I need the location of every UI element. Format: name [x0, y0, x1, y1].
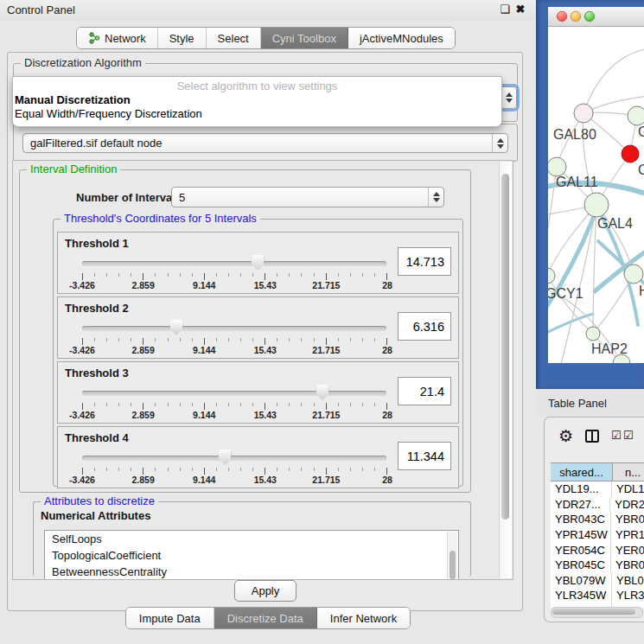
tab-impute-data[interactable]: Impute Data [126, 608, 214, 628]
slider-thumb[interactable] [219, 450, 232, 465]
algorithm-popup-hint[interactable]: Select algorithm to view settings [13, 77, 501, 92]
cell-shared-name[interactable]: YBR045C [551, 558, 611, 573]
float-window-icon[interactable]: ❏ [498, 3, 512, 16]
table-row[interactable]: YPR145WYPR1 [551, 527, 644, 543]
table-data-combobox[interactable]: galFiltered.sif default node [22, 133, 508, 153]
algorithm-option-manual[interactable]: Manual Discretization [13, 92, 501, 106]
node-gal11[interactable] [548, 157, 566, 176]
table-row[interactable]: YBR045CYBR0 [551, 558, 644, 573]
tab-select[interactable]: Select [207, 28, 261, 48]
slider-track[interactable] [82, 326, 386, 331]
tab-jactivemnodules[interactable]: jActiveMNodules [348, 28, 455, 48]
combobox-stepper[interactable] [492, 134, 507, 152]
network-graph: GAL80 GA C GAL11 GAL4 GCY1 H HAP2 [548, 27, 644, 363]
minimize-traffic-light-icon[interactable] [571, 11, 581, 22]
cell-shared-name[interactable]: YDR27... [551, 497, 610, 513]
combobox-stepper[interactable] [501, 87, 516, 108]
close-window-icon[interactable]: ✖ [513, 3, 527, 16]
table-row[interactable]: YDR27...YDR2 [551, 497, 644, 513]
cell-shared-name[interactable]: YBR043C [551, 512, 611, 527]
node-top-right[interactable] [628, 106, 644, 125]
threshold-1-value-field[interactable]: 14.713 [398, 247, 451, 276]
tab-cyni-toolbox[interactable]: Cyni Toolbox [261, 28, 348, 48]
table-row[interactable]: YER054CYER0 [551, 542, 644, 558]
tab-infer-network[interactable]: Infer Network [317, 608, 410, 628]
checkbox-icon[interactable]: ☑ [611, 429, 622, 442]
thresholds-stack: Threshold 1 -3.426 2.859 9.144 [57, 232, 459, 488]
cell-name[interactable]: YDL1 [612, 481, 644, 497]
number-of-intervals-combobox[interactable]: 5 [171, 187, 444, 207]
threshold-2-value-field[interactable]: 6.316 [398, 312, 451, 341]
algorithm-dropdown-popup: Select algorithm to view settings Manual… [12, 76, 502, 127]
list-item[interactable]: TopologicalCoefficient [45, 547, 458, 564]
combobox-stepper[interactable] [428, 188, 443, 207]
slider-track[interactable] [82, 456, 386, 461]
number-of-intervals-value: 5 [179, 191, 428, 204]
checkbox-icon[interactable]: ☑ [623, 429, 634, 442]
scale-label: 2.859 [131, 475, 154, 485]
cell-shared-name[interactable]: YLR345W [551, 588, 612, 603]
chevron-down-icon [497, 144, 504, 149]
settings-scrollbar[interactable] [499, 162, 512, 578]
scale-label: 28 [382, 410, 392, 420]
threshold-4-value-field[interactable]: 11.344 [398, 442, 451, 470]
apply-button[interactable]: Apply [234, 580, 296, 602]
zoom-traffic-light-icon[interactable] [584, 11, 595, 22]
threshold-3-slider[interactable] [82, 386, 386, 400]
cell-shared-name[interactable]: YDL19... [551, 481, 612, 497]
table-row[interactable]: YLR345WYLR3 [551, 588, 644, 603]
cell-shared-name[interactable]: YBL079W [551, 573, 612, 589]
slider-track[interactable] [82, 391, 386, 396]
cell-name[interactable]: YPR1 [611, 527, 644, 543]
table-body[interactable]: YDL19...YDL1 YDR27...YDR2 YBR043CYBR0 YP… [551, 481, 644, 608]
cell-name[interactable]: YDR2 [610, 497, 644, 513]
column-header-shared-name[interactable]: shared... [551, 463, 613, 481]
cell-name[interactable]: YBR0 [611, 512, 644, 527]
slider-thumb[interactable] [252, 255, 265, 271]
table-row[interactable]: YBL079WYBL0 [551, 573, 644, 589]
slider-scale: -3.426 2.859 9.144 15.43 21.715 28 [82, 475, 387, 485]
cell-name[interactable]: YER0 [611, 542, 644, 558]
threshold-2-slider[interactable] [82, 322, 386, 335]
algorithm-option-equal-width[interactable]: Equal Width/Frequency Discretization [13, 106, 501, 120]
list-scrollbar[interactable] [447, 532, 457, 580]
node-red[interactable] [622, 145, 639, 163]
gear-icon[interactable]: ⚙ [558, 426, 573, 446]
slider-track[interactable] [82, 261, 386, 266]
node-gcy1[interactable] [548, 268, 555, 284]
tab-discretize-data[interactable]: Discretize Data [214, 608, 317, 628]
tab-network[interactable]: Network [77, 28, 158, 48]
settings-scrollbar-thumb[interactable] [501, 174, 509, 520]
cell-name[interactable]: YBL0 [612, 573, 644, 589]
slider-thumb[interactable] [316, 385, 329, 400]
node-h[interactable] [624, 265, 643, 284]
list-item[interactable]: BetweennessCentrality [45, 564, 458, 580]
cell-shared-name[interactable]: YPR145W [551, 527, 611, 543]
node-hap2[interactable] [586, 327, 600, 341]
tab-style[interactable]: Style [158, 28, 207, 48]
cell-name[interactable]: YBR0 [611, 558, 644, 573]
cell-name[interactable]: YLR3 [612, 588, 644, 603]
network-canvas[interactable]: GAL80 GA C GAL11 GAL4 GCY1 H HAP2 [548, 27, 644, 363]
cell-shared-name[interactable]: YER054C [551, 542, 611, 558]
table-horizontal-scrollbar-thumb[interactable] [552, 609, 635, 615]
numerical-attributes-list[interactable]: SelfLoops TopologicalCoefficient Between… [44, 530, 459, 580]
table-row[interactable]: YBR043CYBR0 [551, 512, 644, 527]
slider-ticks [82, 468, 387, 475]
list-scrollbar-thumb[interactable] [450, 551, 456, 579]
list-item[interactable]: SelfLoops [45, 531, 458, 547]
node-gal80[interactable] [574, 104, 593, 123]
scale-label: 9.144 [193, 345, 215, 355]
table-horizontal-scrollbar[interactable] [551, 607, 643, 618]
column-header-name[interactable]: n... [613, 463, 644, 481]
scale-label: 28 [382, 345, 392, 355]
threshold-4-slider[interactable] [82, 451, 386, 465]
scale-label: 28 [382, 475, 392, 485]
threshold-1-slider[interactable] [82, 257, 386, 271]
split-columns-icon[interactable] [585, 430, 599, 443]
node-gal4[interactable] [584, 193, 609, 217]
threshold-3-value-field[interactable]: 21.4 [398, 377, 451, 405]
table-row[interactable]: YDL19...YDL1 [551, 481, 644, 497]
close-traffic-light-icon[interactable] [557, 11, 567, 22]
slider-thumb[interactable] [170, 320, 183, 335]
